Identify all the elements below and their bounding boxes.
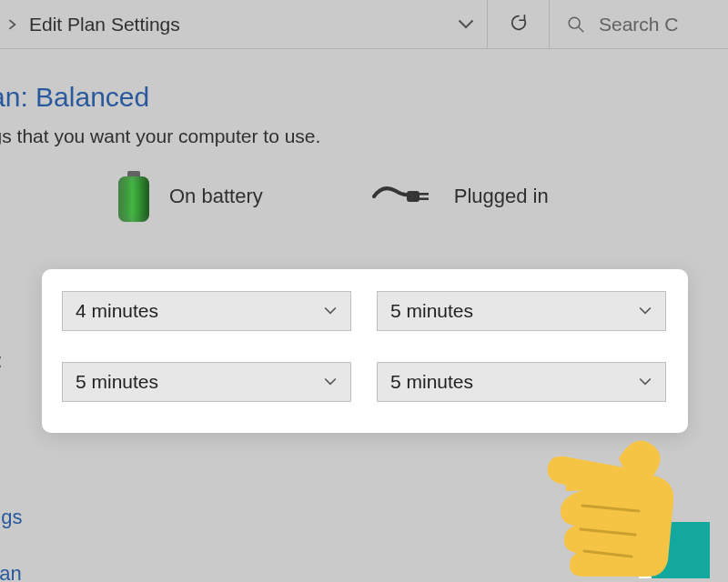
page-title: he plan: Balanced bbox=[0, 82, 728, 113]
column-headers: On battery Plugged in bbox=[0, 171, 728, 222]
page-subtitle: y settings that you want your computer t… bbox=[0, 125, 728, 147]
sleep-timeout-battery-dropdown[interactable]: 5 minutes bbox=[62, 362, 351, 402]
search-icon bbox=[566, 15, 586, 35]
svg-point-0 bbox=[569, 17, 580, 28]
battery-icon bbox=[118, 171, 149, 222]
dropdown-value: 5 minutes bbox=[76, 371, 158, 393]
content-area: he plan: Balanced y settings that you wa… bbox=[0, 49, 728, 222]
on-battery-column: On battery bbox=[118, 171, 263, 222]
chevron-down-icon bbox=[638, 304, 652, 318]
row-turn-off-display: 4 minutes 5 minutes bbox=[62, 291, 668, 331]
chevron-down-icon bbox=[323, 375, 338, 389]
chevron-down-icon bbox=[323, 304, 338, 318]
display-timeout-plugged-dropdown[interactable]: 5 minutes bbox=[377, 291, 666, 331]
svg-rect-4 bbox=[420, 197, 429, 200]
svg-rect-5 bbox=[644, 522, 710, 578]
refresh-icon bbox=[509, 13, 529, 36]
address-bar[interactable]: Edit Plan Settings bbox=[0, 0, 488, 48]
breadcrumb-separator-icon bbox=[5, 17, 20, 32]
pointing-hand-illustration bbox=[510, 415, 710, 582]
svg-rect-3 bbox=[420, 193, 429, 196]
on-battery-label: On battery bbox=[169, 185, 263, 208]
address-dropdown-icon[interactable] bbox=[458, 16, 474, 33]
dropdown-value: 4 minutes bbox=[76, 300, 158, 322]
refresh-button[interactable] bbox=[488, 0, 550, 48]
restore-defaults-link-fragment: his plan bbox=[0, 562, 22, 582]
svg-rect-6 bbox=[639, 522, 652, 578]
plugged-in-column: Plugged in bbox=[372, 182, 549, 211]
dropdown-value: 5 minutes bbox=[390, 300, 473, 322]
display-timeout-battery-dropdown[interactable]: 4 minutes bbox=[62, 291, 351, 331]
search-placeholder: Search C bbox=[599, 14, 679, 35]
breadcrumb-current[interactable]: Edit Plan Settings bbox=[29, 14, 180, 35]
address-toolbar: Edit Plan Settings Search C bbox=[0, 0, 728, 49]
svg-rect-2 bbox=[407, 191, 420, 202]
search-box[interactable]: Search C bbox=[550, 0, 728, 48]
dropdown-highlight-card: 4 minutes 5 minutes 5 minutes 5 minutes bbox=[42, 269, 688, 433]
dropdown-value: 5 minutes bbox=[390, 371, 473, 393]
svg-line-1 bbox=[579, 26, 584, 32]
advanced-settings-link-fragment[interactable]: ttings bbox=[0, 506, 23, 529]
chevron-down-icon bbox=[638, 375, 652, 389]
plug-icon bbox=[372, 182, 434, 211]
sleep-row-label-fragment: ep: bbox=[0, 349, 3, 373]
row-sleep: 5 minutes 5 minutes bbox=[62, 362, 668, 402]
plugged-in-label: Plugged in bbox=[454, 185, 549, 208]
sleep-timeout-plugged-dropdown[interactable]: 5 minutes bbox=[377, 362, 666, 402]
